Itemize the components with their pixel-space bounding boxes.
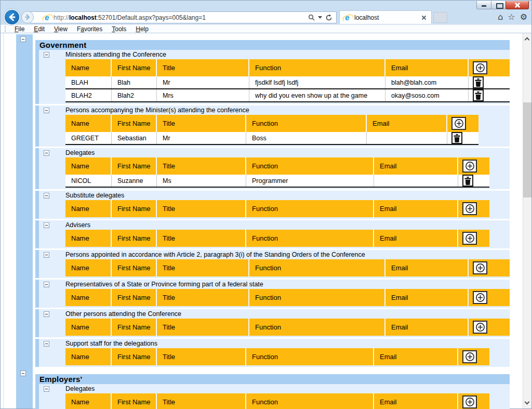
header-cell: Email: [385, 319, 469, 336]
home-icon[interactable]: ⌂: [498, 12, 503, 22]
add-row-button[interactable]: [462, 202, 477, 215]
table-row: BLAHBlahMrfjsdklf lsdfj lsdfjblah@blah.c…: [65, 76, 510, 89]
menu-drag-handle[interactable]: [5, 26, 7, 32]
data-cell: okay@soso.com: [385, 89, 469, 101]
header-cell: Function: [246, 348, 374, 365]
menu-tools[interactable]: Tools: [107, 25, 131, 33]
menu-view[interactable]: View: [49, 25, 72, 33]
header-cell: Email: [385, 259, 469, 276]
section-collapse-toggle[interactable]: [20, 371, 26, 376]
trash-icon: [454, 134, 460, 142]
scroll-down-button[interactable]: [523, 399, 531, 407]
menu-bar: FileEditViewFavoritesToolsHelp: [1, 24, 531, 33]
subsection-label: Persons accompanying the Minister(s) att…: [65, 107, 249, 114]
address-dropdown-icon[interactable]: [318, 16, 322, 19]
section-header-band: Government: [35, 40, 510, 50]
subsection-collapse-toggle[interactable]: [44, 341, 49, 347]
header-actions-cell: [447, 115, 478, 132]
tab-close-icon[interactable]: [420, 14, 428, 21]
add-row-button[interactable]: [462, 350, 477, 363]
add-row-button[interactable]: [462, 160, 477, 173]
menu-help[interactable]: Help: [131, 25, 153, 33]
table-row: BLAH2Blah2Mrswhy did you even show up at…: [65, 89, 510, 102]
plus-icon: [465, 352, 475, 362]
data-cell: Mrs: [157, 89, 249, 101]
subsection: Ministers attending the ConferenceNameFi…: [35, 50, 510, 104]
header-cell: Function: [246, 157, 374, 175]
subsection-collapse-toggle[interactable]: [44, 311, 49, 317]
header-cell: Name: [65, 157, 112, 175]
settings-gear-icon[interactable]: ⚙: [520, 12, 527, 22]
subsection-label-row: Delegates: [39, 148, 510, 157]
scroll-up-button[interactable]: [523, 34, 531, 43]
header-cell: Title: [157, 393, 246, 409]
subsection: DelegatesNameFirst NameTitleFunctionEmai…: [35, 384, 510, 409]
header-cell: Email: [374, 348, 458, 365]
header-cell: First Name: [112, 319, 157, 336]
row-actions-cell: [469, 89, 510, 101]
subsection-collapse-toggle[interactable]: [44, 252, 49, 258]
subsection-collapse-toggle[interactable]: [44, 282, 49, 287]
menu-edit[interactable]: Edit: [29, 25, 49, 33]
delegates-table: NameFirst NameTitleFunctionEmailGREGETSe…: [65, 115, 510, 145]
add-row-button[interactable]: [462, 395, 477, 408]
browser-window: e http://localhost:52701/Default.aspx?pa…: [0, 0, 532, 409]
subsection-collapse-toggle[interactable]: [44, 150, 49, 156]
subsection-label-row: Delegates: [39, 384, 510, 393]
scrollbar-thumb[interactable]: [523, 102, 531, 197]
vertical-scrollbar[interactable]: [523, 33, 531, 408]
trash-icon: [464, 177, 471, 185]
add-row-button[interactable]: [451, 117, 466, 130]
subsection-collapse-toggle[interactable]: [44, 108, 49, 113]
close-button[interactable]: [506, 1, 529, 9]
menu-file[interactable]: File: [10, 25, 29, 33]
add-row-button[interactable]: [462, 232, 477, 245]
add-row-button[interactable]: [473, 291, 487, 304]
add-row-button[interactable]: [473, 61, 487, 74]
section-title: Employers': [39, 375, 82, 384]
header-cell: Function: [249, 319, 385, 336]
refresh-icon[interactable]: [325, 14, 332, 21]
add-row-button[interactable]: [473, 261, 487, 274]
table-header-row: NameFirst NameTitleFunctionEmail: [65, 115, 478, 132]
tab-favicon-icon: e: [343, 14, 351, 21]
header-cell: Title: [157, 230, 246, 247]
new-tab-button[interactable]: [433, 12, 447, 23]
row-actions-cell: [469, 76, 510, 88]
subsection: Representatives of a State or Province f…: [35, 280, 510, 308]
subsection-collapse-toggle[interactable]: [44, 52, 49, 58]
data-cell: fjsdklf lsdfj lsdfj: [249, 76, 385, 88]
section-government: GovernmentMinisters attending the Confer…: [35, 34, 510, 367]
section-collapse-toggle[interactable]: [20, 36, 26, 42]
title-bar[interactable]: [1, 1, 531, 10]
delete-row-button[interactable]: [473, 76, 484, 88]
menu-favorites[interactable]: Favorites: [72, 25, 107, 33]
table-header-row: NameFirst NameTitleFunctionEmail: [65, 289, 510, 306]
data-cell: [374, 175, 458, 187]
forward-button[interactable]: [21, 11, 34, 23]
header-cell: Email: [374, 393, 458, 409]
browser-tab[interactable]: e localhost: [339, 10, 432, 24]
back-button[interactable]: [4, 9, 20, 25]
delete-row-button[interactable]: [473, 89, 484, 101]
header-actions-cell: [469, 319, 510, 336]
subsection-collapse-toggle[interactable]: [44, 222, 49, 228]
header-cell: Email: [374, 230, 458, 247]
data-cell: why did you even show up at the game: [249, 89, 385, 101]
minimize-button[interactable]: [476, 1, 491, 9]
add-row-button[interactable]: [473, 321, 487, 334]
trash-icon: [475, 91, 482, 100]
delete-row-button[interactable]: [462, 175, 473, 187]
subsection-collapse-toggle[interactable]: [44, 386, 49, 392]
header-cell: Function: [249, 259, 385, 276]
subsection-label-row: Persons appointed in accordance with Art…: [39, 250, 510, 259]
maximize-button[interactable]: [491, 1, 506, 9]
address-bar[interactable]: e http://localhost:52701/Default.aspx?pa…: [30, 11, 337, 23]
search-icon[interactable]: [308, 14, 315, 21]
header-cell: Name: [65, 115, 112, 132]
subsection-label-row: Representatives of a State or Province f…: [39, 280, 510, 289]
favorites-star-icon[interactable]: ☆: [508, 12, 515, 22]
plus-icon: [454, 118, 464, 128]
delete-row-button[interactable]: [451, 132, 462, 144]
subsection-collapse-toggle[interactable]: [44, 193, 49, 199]
